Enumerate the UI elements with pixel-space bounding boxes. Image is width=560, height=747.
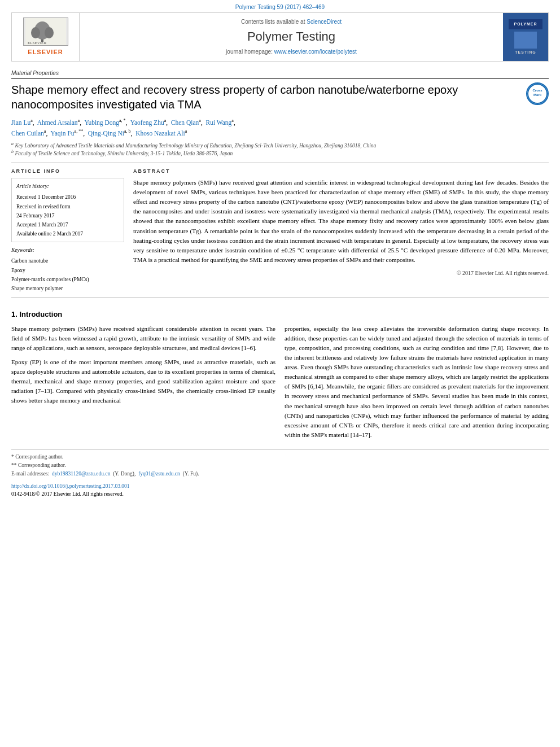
- keywords-label: Keywords:: [11, 247, 124, 254]
- sciencedirect-link[interactable]: ScienceDirect: [307, 19, 342, 25]
- polymer-testing-logo: POLYMER TESTING: [506, 18, 545, 57]
- abstract-heading: ABSTRACT: [133, 168, 549, 175]
- divider-1: [11, 163, 549, 163]
- affiliations: a Key Laboratory of Advanced Textile Mat…: [11, 142, 549, 158]
- journal-homepage: journal homepage: www.elsevier.com/locat…: [226, 48, 357, 56]
- journal-logo-right: POLYMER TESTING: [503, 13, 548, 61]
- issn-text: 0142-9418/© 2017 Elsevier Ltd. All right…: [11, 491, 124, 497]
- svg-point-3: [31, 27, 40, 38]
- logo-bottom-text: TESTING: [515, 50, 536, 55]
- email-link-1[interactable]: dyb19831120@zstu.edu.cn: [52, 471, 110, 477]
- keyword-4: Shape memory polymer: [11, 284, 124, 293]
- article-info-heading: ARTICLE INFO: [11, 168, 124, 175]
- keywords-section: Keywords: Carbon nanotube Epoxy Polymer-…: [11, 247, 124, 293]
- article-history-box: Article history: Received 1 December 201…: [11, 178, 124, 242]
- logo-image: [514, 32, 537, 49]
- article-info-abstract-section: ARTICLE INFO Article history: Received 1…: [11, 168, 549, 293]
- sciencedirect-label: Contents lists available at ScienceDirec…: [241, 18, 342, 26]
- keyword-2: Epoxy: [11, 266, 124, 275]
- svg-text:ELSEVIER: ELSEVIER: [28, 41, 46, 45]
- section-label: Material Properties: [11, 69, 549, 79]
- history-label: Article history:: [16, 182, 119, 191]
- body-two-column: Shape memory polymers (SMPs) have receiv…: [11, 324, 549, 444]
- svg-text:Mark: Mark: [533, 93, 542, 97]
- email-note-1: (Y. Dong),: [113, 471, 135, 477]
- intro-number: 1.: [11, 310, 18, 318]
- article-meta-section: Material Properties Cross Mark Shape mem…: [11, 66, 549, 158]
- email-note-2: (Y. Fu).: [183, 471, 199, 477]
- journal-header: ELSEVIER ELSEVIER Contents lists availab…: [11, 12, 549, 62]
- footnote-email: E-mail addresses: dyb19831120@zstu.edu.c…: [11, 470, 549, 478]
- journal-homepage-link[interactable]: www.elsevier.com/locate/polytest: [274, 49, 357, 55]
- email-label: E-mail addresses:: [11, 471, 49, 477]
- article-info-column: ARTICLE INFO Article history: Received 1…: [11, 168, 124, 293]
- journal-citation-bar: Polymer Testing 59 (2017) 462–469: [0, 0, 560, 12]
- crossmark-container[interactable]: Cross Mark: [526, 82, 549, 105]
- intro-para-1: Shape memory polymers (SMPs) have receiv…: [11, 324, 275, 353]
- elsevier-logo: ELSEVIER ELSEVIER: [23, 18, 68, 56]
- received-revised-label: Received in revised form: [16, 202, 119, 211]
- author-ahmed-arsalan[interactable]: Ahmed Arsalan: [37, 119, 78, 126]
- article-title: Shape memory effect and recovery stress …: [11, 82, 549, 112]
- intro-heading-section: 1. Introduction: [11, 303, 549, 320]
- logo-top-text: POLYMER: [509, 19, 542, 29]
- elsevier-logo-container: ELSEVIER ELSEVIER: [12, 13, 80, 61]
- affiliation-a: Key Laboratory of Advanced Textile Mater…: [15, 143, 376, 148]
- crossmark-icon[interactable]: Cross Mark: [526, 82, 549, 105]
- received-date: Received 1 December 2016: [16, 193, 119, 202]
- author-khoso-nazakat-ali[interactable]: Khoso Nazakat Ali: [135, 130, 185, 137]
- intro-para-2: Epoxy (EP) is one of the most important …: [11, 357, 275, 405]
- abstract-text: Shape memory polymers (SMPs) have receiv…: [133, 178, 549, 264]
- author-yaqin-fu[interactable]: Yaqin Fu: [51, 130, 75, 137]
- keyword-3: Polymer-matrix composites (PMCs): [11, 275, 124, 284]
- divider-2: [11, 298, 549, 298]
- accepted-date: Accepted 1 March 2017: [16, 220, 119, 229]
- footnotes-section: * Corresponding author. ** Corresponding…: [11, 449, 549, 479]
- author-yubing-dong[interactable]: Yubing Dong: [84, 119, 119, 126]
- available-date: Available online 2 March 2017: [16, 229, 119, 238]
- author-rui-wang[interactable]: Rui Wang: [206, 119, 232, 126]
- email-link-2[interactable]: fyq01@zstu.edu.cn: [138, 471, 180, 477]
- svg-text:Cross: Cross: [532, 89, 542, 92]
- author-chen-qian[interactable]: Chen Qian: [171, 119, 199, 126]
- intro-para-3: properties, especially the less creep al…: [285, 324, 549, 440]
- author-qingqing-ni[interactable]: Qing-Qing Ni: [88, 130, 124, 137]
- copyright-line: © 2017 Elsevier Ltd. All rights reserved…: [133, 269, 549, 277]
- elsevier-logo-image: ELSEVIER: [23, 18, 68, 46]
- journal-citation-text: Polymer Testing 59 (2017) 462–469: [235, 4, 325, 10]
- svg-point-4: [45, 27, 54, 38]
- journal-title: Polymer Testing: [247, 28, 335, 46]
- doi-link[interactable]: http://dx.doi.org/10.1016/j.polymertesti…: [11, 483, 130, 489]
- affiliation-b: Faculty of Textile Science and Technolog…: [15, 151, 233, 156]
- intro-title: Introduction: [19, 310, 62, 318]
- abstract-column: ABSTRACT Shape memory polymers (SMPs) ha…: [133, 168, 549, 293]
- author-jian-lu[interactable]: Jian Lu: [11, 119, 30, 126]
- elsevier-text: ELSEVIER: [28, 48, 63, 56]
- footnote-corresponding-1: * Corresponding author.: [11, 453, 549, 461]
- journal-center-header: Contents lists available at ScienceDirec…: [80, 13, 503, 61]
- intro-heading: 1. Introduction: [11, 309, 549, 320]
- keyword-1: Carbon nanotube: [11, 256, 124, 265]
- author-chen-cuilan[interactable]: Chen Cuilan: [11, 130, 44, 137]
- author-yaofeng-zhu[interactable]: Yaofeng Zhu: [130, 119, 164, 126]
- body-left-column: Shape memory polymers (SMPs) have receiv…: [11, 324, 275, 444]
- body-right-column: properties, especially the less creep al…: [285, 324, 549, 444]
- footnote-corresponding-2: ** Corresponding author.: [11, 461, 549, 470]
- authors-line: Jian Lua, Ahmed Arsalana, Yubing Donga, …: [11, 117, 549, 138]
- doi-section: http://dx.doi.org/10.1016/j.polymertesti…: [11, 483, 549, 498]
- revised-date: 24 February 2017: [16, 211, 119, 220]
